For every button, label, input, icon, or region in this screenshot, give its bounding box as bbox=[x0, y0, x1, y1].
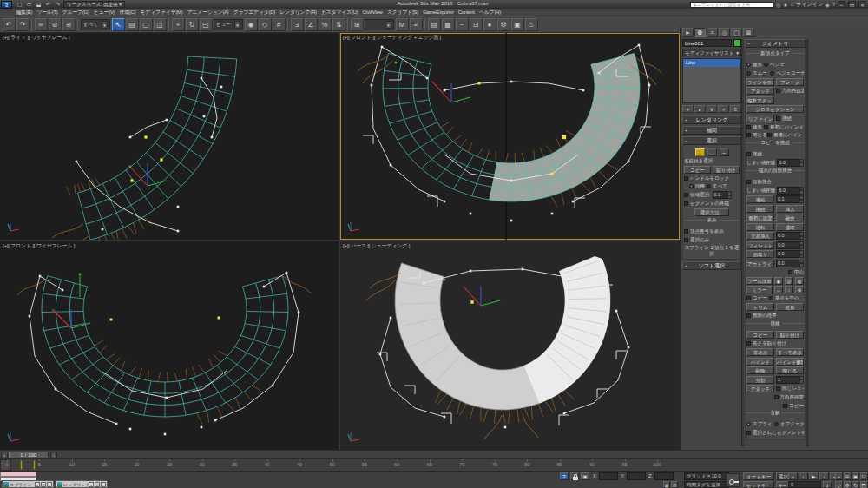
save-file-icon[interactable]: ⬓ bbox=[35, 1, 43, 8]
rollout-selection[interactable]: −選択 bbox=[682, 136, 741, 145]
button-交差挿入[interactable]: 交差挿入 bbox=[746, 232, 774, 240]
zoom-extents-all-button[interactable]: ⊡ bbox=[860, 472, 868, 480]
menu-item-2[interactable]: グループ(G) bbox=[60, 9, 91, 16]
checkbox[interactable] bbox=[746, 313, 751, 318]
mirror-horizontal-icon[interactable]: ↔ bbox=[774, 286, 783, 293]
menu-item-12[interactable]: GameExporter bbox=[421, 10, 457, 15]
checkbox[interactable] bbox=[776, 116, 780, 121]
undo-icon[interactable]: ↶ bbox=[44, 1, 52, 8]
coord-y-field[interactable] bbox=[627, 472, 646, 480]
button-ブレーク[interactable]: ブレーク bbox=[776, 78, 804, 86]
spinner-field[interactable]: 6.0 bbox=[777, 159, 799, 167]
spinner-field[interactable]: 0.0 bbox=[776, 241, 799, 249]
boolean-union-icon[interactable]: ◉ bbox=[774, 277, 783, 285]
render-setup-button[interactable]: ⚙ bbox=[497, 18, 510, 31]
angle-snap-button[interactable]: ∠ bbox=[305, 18, 318, 31]
button-分割[interactable]: 分割 bbox=[746, 376, 774, 384]
close-icon[interactable]: × bbox=[101, 482, 106, 487]
zoom-button[interactable]: + bbox=[835, 472, 843, 480]
window-crossing-button[interactable]: ◫ bbox=[154, 18, 167, 31]
zoom-extents-button[interactable]: ▣ bbox=[852, 472, 859, 480]
menu-item-3[interactable]: ビュー(V) bbox=[91, 9, 117, 16]
spinner-arrows[interactable] bbox=[799, 187, 804, 195]
button-デタッチ[interactable]: デタッチ bbox=[746, 385, 774, 392]
menu-item-0[interactable]: 編集(E) bbox=[14, 9, 35, 16]
pan-button[interactable]: ✥ bbox=[844, 481, 852, 488]
radio[interactable] bbox=[746, 63, 751, 67]
spinner-field[interactable]: 0.0 bbox=[776, 260, 799, 267]
checkbox[interactable] bbox=[776, 89, 780, 93]
menu-item-6[interactable]: アニメーション(A) bbox=[185, 9, 231, 16]
area-selection-checkbox[interactable] bbox=[684, 193, 688, 197]
communication-center-icon[interactable]: ◈ bbox=[825, 2, 830, 8]
show-vertex-numbers-checkbox[interactable] bbox=[684, 229, 688, 234]
named-selection-paste-button[interactable]: 貼り付け bbox=[713, 166, 740, 174]
button-ラインを作成[interactable]: ラインを作成 bbox=[746, 78, 774, 86]
restore-icon[interactable]: ▾ bbox=[35, 482, 40, 487]
select-move-button[interactable]: + bbox=[172, 18, 185, 31]
named-sets-dropdown[interactable]: ▾ bbox=[365, 19, 394, 30]
bind-spacewarp-button[interactable]: ≋ bbox=[62, 18, 76, 31]
time-slider-prev-arrow[interactable]: ‹ bbox=[1, 452, 8, 458]
maxscript-help-button[interactable]: ? bbox=[560, 472, 569, 480]
button-アタッチ[interactable]: アタッチ bbox=[746, 87, 774, 95]
select-rotate-button[interactable]: ↻ bbox=[186, 18, 199, 31]
spinner-arrows[interactable] bbox=[799, 241, 804, 249]
ref-coord-dropdown[interactable]: ビュー▾ bbox=[214, 19, 243, 30]
checkbox[interactable] bbox=[746, 341, 751, 346]
spinner-field[interactable]: 0.0 bbox=[776, 250, 799, 258]
minimized-window-rendering[interactable]: レンダリング ▾□× bbox=[56, 480, 108, 488]
signin-link[interactable]: サインイン bbox=[796, 1, 823, 9]
button-非表示[interactable]: 非表示 bbox=[746, 348, 774, 356]
help-icon[interactable]: ? bbox=[832, 2, 835, 7]
undo-button[interactable]: ↶ bbox=[3, 18, 16, 31]
button-延長[interactable]: 延長 bbox=[776, 303, 804, 311]
checkbox[interactable] bbox=[746, 431, 751, 435]
button-フィレット[interactable]: フィレット bbox=[746, 241, 774, 249]
tab-motion[interactable]: ◎ bbox=[719, 28, 730, 37]
boolean-intersect-icon[interactable]: ◍ bbox=[795, 277, 804, 285]
schematic-view-button[interactable]: ⊡ bbox=[470, 18, 483, 31]
redo-button[interactable]: ↷ bbox=[16, 18, 30, 31]
set-key-mode-button[interactable] bbox=[726, 473, 740, 487]
prev-frame-button[interactable]: ‹ bbox=[799, 472, 808, 480]
button-循環[interactable]: 循環 bbox=[776, 223, 804, 231]
spinner-arrows[interactable] bbox=[799, 232, 804, 240]
material-editor-button[interactable]: ● bbox=[483, 18, 496, 31]
all-radio[interactable] bbox=[707, 184, 711, 188]
menu-item-11[interactable]: スクリプト(S) bbox=[385, 9, 421, 16]
align-button[interactable]: ≡ bbox=[410, 18, 423, 31]
button-コピー[interactable]: コピー bbox=[746, 331, 774, 339]
track-bar-key[interactable] bbox=[20, 460, 23, 470]
menu-item-5[interactable]: モディファイヤ(M) bbox=[138, 9, 185, 16]
select-manipulate-button[interactable]: ◇ bbox=[259, 18, 272, 31]
button-連結[interactable]: 連結 bbox=[746, 195, 774, 203]
zoom-all-button[interactable]: ⊞ bbox=[844, 472, 852, 480]
minimized-window-spline[interactable]: スプライン ▾□× bbox=[2, 480, 54, 488]
mirror-vertical-icon[interactable]: ↕ bbox=[785, 286, 793, 293]
mirror-both-icon[interactable]: ⊕ bbox=[795, 286, 804, 293]
spinner-arrows[interactable] bbox=[799, 250, 804, 258]
keyboard-override-button[interactable]: # bbox=[273, 18, 286, 31]
edit-named-sets-button[interactable]: ⊞ bbox=[351, 18, 364, 31]
window-restore-button[interactable]: ▭ bbox=[848, 1, 856, 8]
maximize-viewport-button[interactable]: ⬒ bbox=[860, 481, 868, 488]
next-frame-button[interactable]: › bbox=[819, 472, 829, 480]
named-selection-copy-button[interactable]: コピー bbox=[684, 166, 711, 174]
button-複数アタッチ[interactable]: 複数アタッチ bbox=[746, 96, 774, 104]
object-name-field[interactable]: Line001 bbox=[682, 39, 732, 47]
segment-end-checkbox[interactable] bbox=[684, 201, 688, 206]
select-object-button[interactable]: ↖ bbox=[112, 18, 125, 31]
viewport-front-wireframe[interactable]: [+][ フロント ][ ワイヤフレーム ] bbox=[0, 241, 339, 450]
checkbox[interactable] bbox=[746, 125, 751, 129]
button-ブール演算[interactable]: ブール演算 bbox=[746, 277, 773, 285]
spinner-arrows[interactable] bbox=[799, 159, 804, 167]
open-file-icon[interactable]: ▭ bbox=[25, 1, 33, 8]
new-scene-icon[interactable]: ▢ bbox=[16, 1, 23, 8]
spinner-arrows[interactable] bbox=[799, 195, 804, 203]
time-slider-handle[interactable]: 0 / 100 bbox=[9, 452, 49, 458]
configure-stack-button[interactable]: ≡ bbox=[730, 105, 741, 113]
menu-item-1[interactable]: ツール(T) bbox=[35, 9, 60, 16]
checkbox[interactable] bbox=[769, 296, 773, 300]
workspace-dropdown[interactable]: ワークスペース: 既定値 ▾ bbox=[63, 1, 125, 8]
